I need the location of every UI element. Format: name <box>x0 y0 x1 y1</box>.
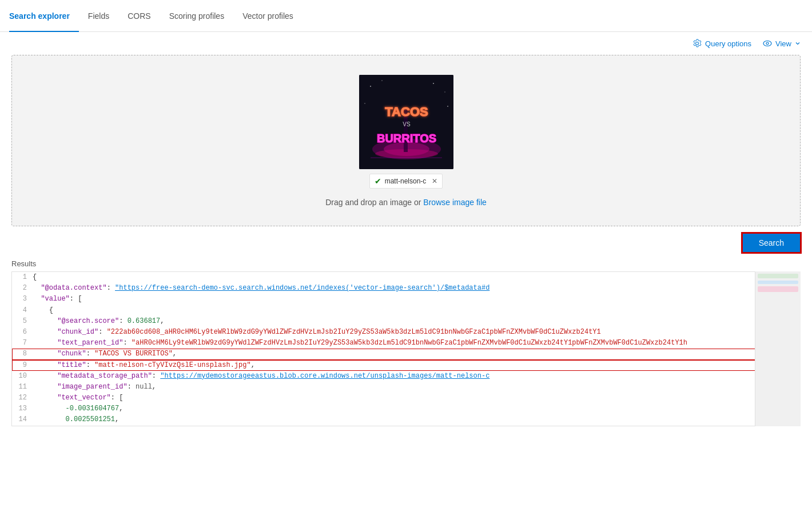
line-number: 5 <box>12 316 33 327</box>
chevron-down-icon <box>795 41 801 46</box>
token: "image_parent_id" <box>33 383 128 391</box>
tabs-bar: Search explorer Fields CORS Scoring prof… <box>0 0 812 32</box>
token: "chunk_id" <box>33 328 98 336</box>
token: "value" <box>33 295 70 303</box>
line-number: 11 <box>12 382 33 393</box>
image-drop-zone[interactable]: TACOS TACOS VS BURRITOS BURRITOS <box>11 55 801 226</box>
line-number: 2 <box>12 283 33 294</box>
gear-icon <box>692 39 702 48</box>
line-content: "text_parent_id": "aHR0cHM6Ly9teWRlbW9zd… <box>33 338 800 349</box>
line-number: 12 <box>12 393 33 403</box>
token: 0.0025501251 <box>33 415 115 423</box>
line-number: 6 <box>12 327 33 338</box>
results-minimap <box>755 271 801 426</box>
line-number: 10 <box>12 371 33 382</box>
view-button[interactable]: View <box>763 39 801 48</box>
code-line: 11 "image_parent_id": null, <box>12 382 800 393</box>
token: "text_parent_id" <box>33 339 123 347</box>
token[interactable]: "https://mydemostorageeastus.blob.core.w… <box>160 372 489 380</box>
results-label: Results <box>11 259 801 268</box>
toolbar: Query options View <box>0 32 812 55</box>
token: , <box>152 383 156 391</box>
code-line: 13 -0.0031604767, <box>12 403 800 414</box>
line-number: 4 <box>12 305 33 316</box>
line-content: "@odata.context": "https://free-search-d… <box>33 283 800 294</box>
tab-scoring-profiles[interactable]: Scoring profiles <box>160 0 234 32</box>
browse-link[interactable]: Browse image file <box>423 198 487 207</box>
line-content: { <box>33 272 800 283</box>
token: "metadata_storage_path" <box>33 372 152 380</box>
token: -0.0031604767 <box>33 405 119 413</box>
close-icon[interactable]: ✕ <box>432 177 437 185</box>
code-line: 14 0.0025501251, <box>12 414 800 425</box>
file-name: matt-nelson-c <box>385 177 427 185</box>
token: , <box>251 361 255 369</box>
drop-text: Drag and drop an image or Browse image f… <box>325 198 487 207</box>
code-line: 1{ <box>12 272 800 283</box>
svg-point-0 <box>763 41 771 46</box>
token: : <box>152 372 160 380</box>
line-content: 0.0025501251, <box>33 414 800 425</box>
token: : <box>128 383 136 391</box>
search-button[interactable]: Search <box>742 233 801 253</box>
svg-point-13 <box>381 80 383 81</box>
token: { <box>33 306 53 314</box>
results-section: Results 1{2 "@odata.context": "https://f… <box>0 259 812 426</box>
code-line: 2 "@odata.context": "https://free-search… <box>12 283 800 294</box>
svg-point-17 <box>447 106 448 107</box>
check-icon: ✔ <box>375 177 381 186</box>
line-number: 7 <box>12 338 33 349</box>
token: "TACOS VS BURRITOS" <box>94 350 173 358</box>
line-number: 14 <box>12 414 33 425</box>
token: null <box>136 383 152 391</box>
line-number: 3 <box>12 294 33 305</box>
image-preview-container: TACOS TACOS VS BURRITOS BURRITOS <box>359 75 453 189</box>
svg-point-12 <box>370 86 371 87</box>
token: "title" <box>33 361 86 369</box>
token: : <box>86 361 94 369</box>
code-block[interactable]: 1{2 "@odata.context": "https://free-sear… <box>11 271 801 426</box>
svg-text:TACOS: TACOS <box>385 105 428 119</box>
view-icon <box>763 39 772 48</box>
token: : <box>123 339 131 347</box>
token: : [ <box>111 394 124 402</box>
token: "text_vector" <box>33 394 111 402</box>
line-content: "metadata_storage_path": "https://mydemo… <box>33 371 800 382</box>
tab-cors[interactable]: CORS <box>118 0 160 32</box>
query-options-button[interactable]: Query options <box>692 39 751 48</box>
code-wrapper: 1{2 "@odata.context": "https://free-sear… <box>11 271 801 426</box>
token: "aHR0cHM6Ly9teWRlbW9zdG9yYWdlZWFzdHVzLmJ… <box>132 339 687 347</box>
token: , <box>115 415 119 423</box>
line-content: "text_vector": [ <box>33 393 800 403</box>
token: "matt-nelson-cTyVIvzQslE-unsplash.jpg" <box>94 361 251 369</box>
image-preview: TACOS TACOS VS BURRITOS BURRITOS <box>359 75 453 169</box>
svg-point-15 <box>444 91 445 93</box>
token: "@search.score" <box>33 317 119 325</box>
svg-text:BURRITOS: BURRITOS <box>376 132 436 145</box>
token: : <box>119 317 127 325</box>
token[interactable]: "https://free-search-demo-svc.search.win… <box>115 284 489 292</box>
tab-vector-profiles[interactable]: Vector profiles <box>233 0 302 32</box>
line-content: { <box>33 305 800 316</box>
line-number: 9 <box>12 360 33 371</box>
search-button-row: Search <box>0 226 812 259</box>
svg-point-14 <box>433 83 434 84</box>
code-line: 9 "title": "matt-nelson-cTyVIvzQslE-unsp… <box>12 360 800 371</box>
code-line: 7 "text_parent_id": "aHR0cHM6Ly9teWRlbW9… <box>12 338 800 349</box>
token: , <box>119 405 123 413</box>
code-line: 4 { <box>12 305 800 316</box>
code-line: 12 "text_vector": [ <box>12 393 800 403</box>
code-line: 6 "chunk_id": "222ab60cd608_aHR0cHM6Ly9t… <box>12 327 800 338</box>
token: { <box>33 273 37 281</box>
token: "222ab60cd608_aHR0cHM6Ly9teWRlbW9zdG9yYW… <box>107 328 601 336</box>
token: : <box>86 350 94 358</box>
line-content: "value": [ <box>33 294 800 305</box>
line-content: "chunk": "TACOS VS BURRITOS", <box>33 349 800 359</box>
token: "chunk" <box>33 350 86 358</box>
token: , <box>173 350 177 358</box>
token: : <box>98 328 106 336</box>
tab-fields[interactable]: Fields <box>79 0 118 32</box>
code-line: 5 "@search.score": 0.636817, <box>12 316 800 327</box>
code-line: 8 "chunk": "TACOS VS BURRITOS", <box>12 349 800 359</box>
tab-search-explorer[interactable]: Search explorer <box>9 0 79 32</box>
